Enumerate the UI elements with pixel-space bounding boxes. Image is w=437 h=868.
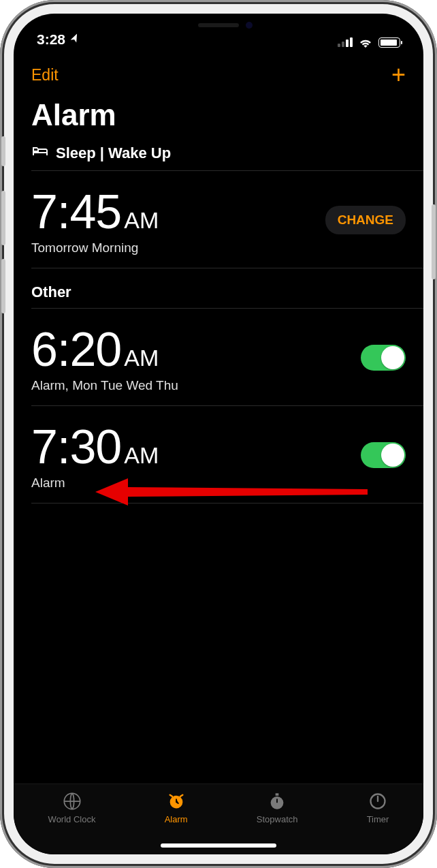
timer-icon <box>368 791 387 811</box>
tab-label: Timer <box>367 814 389 824</box>
svg-rect-4 <box>276 793 279 796</box>
alarm-row[interactable]: 7:30 AM Alarm <box>14 406 423 503</box>
wifi-icon <box>358 37 373 48</box>
sleep-section-label: Sleep | Wake Up <box>56 144 171 162</box>
tab-stopwatch[interactable]: Stopwatch <box>257 791 298 824</box>
battery-icon <box>378 37 400 48</box>
sleep-alarm-time: 7:45 AM <box>31 185 159 239</box>
alarm-subtitle: Alarm <box>31 476 159 491</box>
vol-down <box>1 259 5 313</box>
sleep-time-ampm: AM <box>124 207 159 234</box>
alarm-toggle[interactable] <box>361 442 406 468</box>
mute-switch <box>1 136 5 166</box>
alarm-time: 7:30 AM <box>31 420 159 474</box>
power-button <box>432 204 436 279</box>
alarm-clock-icon <box>167 791 186 811</box>
tab-label: Stopwatch <box>257 814 298 824</box>
edit-button[interactable]: Edit <box>31 66 59 84</box>
other-section-header: Other <box>14 268 423 308</box>
camera-dot <box>246 22 253 29</box>
alarm-time-value: 7:30 <box>31 420 121 474</box>
speaker <box>198 23 239 27</box>
notch <box>130 14 307 37</box>
sleep-subtitle: Tomorrow Morning <box>31 241 159 255</box>
sleep-section-header: Sleep | Wake Up <box>14 144 423 170</box>
stopwatch-icon <box>268 791 287 811</box>
tab-world-clock[interactable]: World Clock <box>48 791 96 824</box>
alarm-time: 6:20 AM <box>31 322 178 377</box>
status-left: 3:28 <box>37 31 80 48</box>
divider <box>31 503 423 503</box>
screen: 3:28 Edit + Alarm <box>14 14 423 854</box>
page-title: Alarm <box>14 90 423 144</box>
add-alarm-button[interactable]: + <box>391 63 406 87</box>
location-arrow-icon <box>67 31 82 47</box>
sleep-alarm-row[interactable]: 7:45 AM Tomorrow Morning CHANGE <box>14 171 423 268</box>
change-button[interactable]: CHANGE <box>325 206 406 234</box>
alarm-time-value: 6:20 <box>31 322 121 377</box>
status-time: 3:28 <box>37 31 65 48</box>
alarm-toggle[interactable] <box>361 345 406 371</box>
sleep-time-value: 7:45 <box>31 185 121 239</box>
tab-label: Alarm <box>165 814 188 824</box>
globe-icon <box>63 791 82 811</box>
vol-up <box>1 191 5 245</box>
alarm-time-ampm: AM <box>124 345 159 371</box>
cell-signal-icon <box>338 37 353 47</box>
nav-bar: Edit + <box>14 50 423 90</box>
tab-timer[interactable]: Timer <box>367 791 389 824</box>
device-frame: 3:28 Edit + Alarm <box>0 0 437 868</box>
alarm-info: 6:20 AM Alarm, Mon Tue Wed Thu <box>31 322 178 393</box>
alarm-subtitle: Alarm, Mon Tue Wed Thu <box>31 378 178 393</box>
status-right <box>338 37 400 48</box>
bed-icon <box>31 144 49 162</box>
alarm-info: 7:30 AM Alarm <box>31 420 159 491</box>
tab-label: World Clock <box>48 814 96 824</box>
alarm-row[interactable]: 6:20 AM Alarm, Mon Tue Wed Thu <box>14 309 423 405</box>
tab-alarm[interactable]: Alarm <box>165 791 188 824</box>
alarm-time-ampm: AM <box>124 442 159 469</box>
sleep-alarm-info: 7:45 AM Tomorrow Morning <box>31 185 159 255</box>
home-indicator[interactable] <box>161 843 276 848</box>
